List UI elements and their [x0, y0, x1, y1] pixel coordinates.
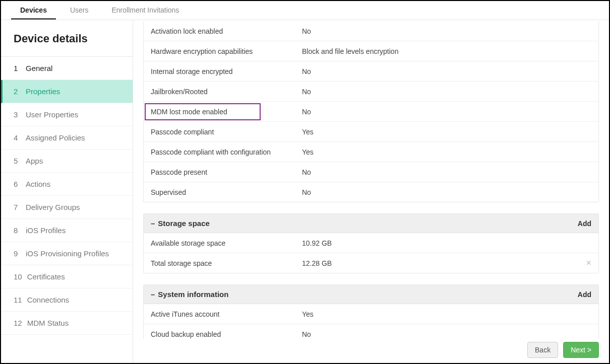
section-security: Activation lock enabledNo Hardware encry… [143, 21, 599, 202]
sidebar-item-label: Delivery Groups [26, 203, 80, 211]
property-value: Yes [302, 148, 591, 156]
property-row: Passcode presentNo [144, 162, 598, 182]
property-value: Block and file levels encryption [302, 47, 591, 55]
tab-devices[interactable]: Devices [11, 1, 56, 20]
sidebar-item-label: Connections [27, 296, 69, 304]
sidebar-item-label: Actions [26, 180, 50, 188]
sidebar-item-label: Properties [26, 87, 60, 96]
top-tabbar: Devices Users Enrollment Invitations [1, 1, 609, 20]
property-value: No [302, 27, 591, 35]
sidebar-item-label: iOS Profiles [26, 226, 66, 235]
property-label: Available storage space [151, 239, 302, 247]
footer-actions: Back Next > [527, 342, 599, 358]
sidebar-item-label: User Properties [26, 110, 78, 119]
property-value: No [302, 67, 591, 76]
property-value: 10.92 GB [302, 239, 591, 247]
property-label: Hardware encryption capabilities [151, 47, 302, 55]
sidebar-item-connections[interactable]: 11Connections [1, 288, 133, 312]
property-label: Passcode compliant with configuration [151, 148, 302, 156]
back-button[interactable]: Back [527, 342, 558, 358]
property-label: Active iTunes account [151, 310, 302, 318]
add-storage-button[interactable]: Add [578, 220, 591, 228]
page-title: Device details [1, 20, 133, 57]
property-value: No [302, 330, 591, 338]
sidebar-item-ios-provisioning-profiles[interactable]: 9iOS Provisioning Profiles [1, 242, 133, 265]
property-label: Cloud backup enabled [151, 330, 302, 338]
sidebar-item-actions[interactable]: 6Actions [1, 173, 133, 196]
sidebar-item-user-properties[interactable]: 3User Properties [1, 103, 133, 126]
remove-row-icon[interactable]: × [586, 258, 591, 268]
property-row: Activation lock enabledNo [144, 21, 598, 41]
sidebar-item-ios-profiles[interactable]: 8iOS Profiles [1, 219, 133, 242]
sidebar-item-apps[interactable]: 5Apps [1, 150, 133, 173]
sidebar-item-certificates[interactable]: 10Certificates [1, 265, 133, 288]
sidebar-item-mdm-status[interactable]: 12MDM Status [1, 312, 133, 335]
property-value: Yes [302, 128, 591, 136]
add-system-button[interactable]: Add [578, 290, 591, 299]
property-label: Passcode present [151, 168, 302, 176]
property-row: Active iTunes accountYes [144, 304, 598, 324]
sidebar-item-delivery-groups[interactable]: 7Delivery Groups [1, 196, 133, 219]
sidebar-item-label: iOS Provisioning Profiles [26, 249, 109, 258]
collapse-icon[interactable]: – [151, 219, 155, 228]
sidebar-item-label: General [26, 64, 52, 72]
property-row: Total storage space12.28 GB× [144, 253, 598, 273]
tab-enrollment-invitations[interactable]: Enrollment Invitations [103, 1, 189, 20]
main-content: Activation lock enabledNo Hardware encry… [133, 20, 609, 363]
property-value: No [302, 108, 591, 116]
property-value: No [302, 168, 591, 176]
property-row: SupervisedNo [144, 182, 598, 202]
next-button[interactable]: Next > [563, 342, 599, 358]
content-scroll[interactable]: Activation lock enabledNo Hardware encry… [143, 20, 599, 339]
sidebar-nav: 1General 2Properties 3User Properties 4A… [1, 57, 133, 335]
sidebar: Device details 1General 2Properties 3Use… [1, 20, 133, 363]
sidebar-item-general[interactable]: 1General [1, 57, 133, 80]
sidebar-item-label: MDM Status [27, 319, 69, 327]
section-system-information: – System information Add Active iTunes a… [143, 284, 599, 339]
property-label: Internal storage encrypted [151, 67, 302, 76]
sidebar-item-label: Apps [26, 157, 43, 165]
sidebar-item-label: Assigned Policies [26, 133, 85, 142]
tab-users[interactable]: Users [61, 1, 98, 20]
section-title: Storage space [158, 219, 210, 228]
property-row: Passcode compliant with configurationYes [144, 142, 598, 162]
sidebar-item-assigned-policies[interactable]: 4Assigned Policies [1, 126, 133, 150]
property-label: Activation lock enabled [151, 27, 302, 35]
section-header-system: – System information Add [144, 285, 598, 304]
property-label: Jailbroken/Rooted [151, 88, 302, 96]
property-row: Hardware encryption capabilitiesBlock an… [144, 41, 598, 61]
collapse-icon[interactable]: – [151, 290, 155, 299]
property-value: Yes [302, 310, 591, 318]
section-storage: – Storage space Add Available storage sp… [143, 213, 599, 273]
sidebar-item-label: Certificates [27, 272, 65, 281]
property-row: Jailbroken/RootedNo [144, 82, 598, 102]
property-label: Supervised [151, 188, 302, 196]
property-row-mdm-lost-mode: MDM lost mode enabledNo [144, 102, 598, 122]
section-header-storage: – Storage space Add [144, 214, 598, 233]
property-value: 12.28 GB [302, 259, 591, 267]
property-row: Available storage space10.92 GB [144, 233, 598, 253]
property-row: Internal storage encryptedNo [144, 61, 598, 82]
property-row: Cloud backup enabledNo [144, 324, 598, 339]
highlighted-label: MDM lost mode enabled [145, 103, 261, 120]
section-title: System information [158, 290, 228, 299]
property-label: Total storage space [151, 259, 302, 267]
property-row: Passcode compliantYes [144, 122, 598, 142]
property-label: Passcode compliant [151, 128, 302, 136]
sidebar-item-properties[interactable]: 2Properties [1, 80, 133, 103]
property-value: No [302, 88, 591, 96]
property-value: No [302, 188, 591, 196]
